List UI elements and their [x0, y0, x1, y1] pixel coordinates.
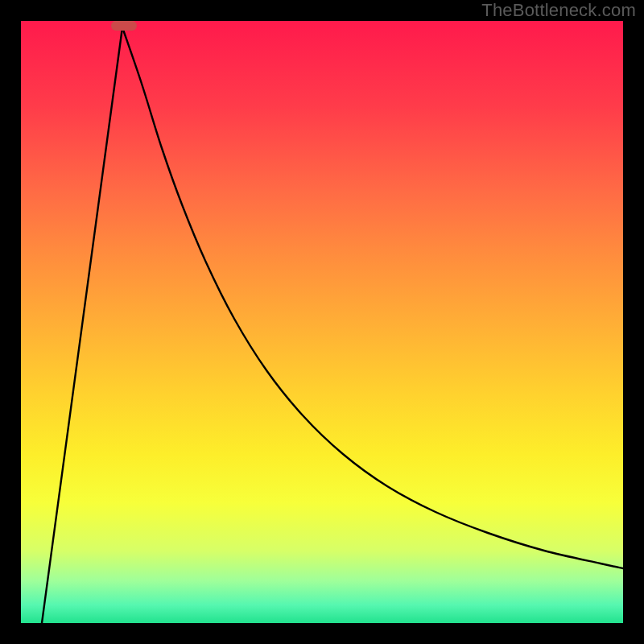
chart-plot-area: [21, 21, 623, 623]
curve-right-branch: [122, 27, 623, 568]
curve-left-branch: [42, 27, 122, 623]
minimum-marker: [111, 21, 137, 31]
chart-frame: TheBottleneck.com: [0, 0, 644, 644]
watermark-label: TheBottleneck.com: [481, 0, 636, 21]
chart-curve: [21, 21, 623, 623]
